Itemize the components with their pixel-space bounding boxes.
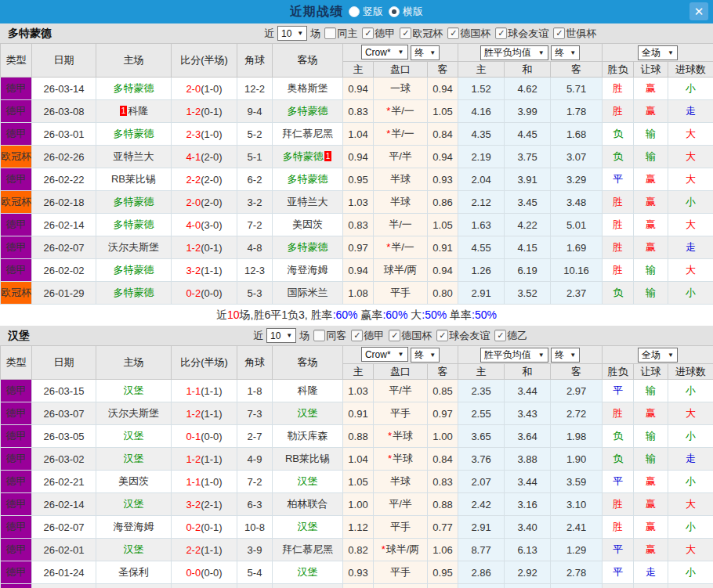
radio-label: 竖版 xyxy=(363,5,383,19)
match-count-select[interactable]: 10 ▼ xyxy=(277,26,307,41)
away-team-cell: 多特蒙德 xyxy=(273,236,343,259)
summary-segment: :50% xyxy=(472,308,497,321)
handicap-away-odds-cell: 0.84 xyxy=(428,123,458,146)
league-filters: 同主✓德甲✓欧冠杯✓德国杯✓球会友谊✓世俱杯 xyxy=(320,27,597,41)
league-filter[interactable]: ✓德乙 xyxy=(490,329,528,343)
handicap-home-odds-cell: 0.94 xyxy=(343,259,374,282)
checkbox-checked-icon[interactable]: ✓ xyxy=(436,330,448,341)
radio-vertical-layout[interactable]: 竖版 xyxy=(349,5,383,19)
subcol-avg-draw: 和 xyxy=(505,364,551,380)
titlebar: 近期战绩 竖版 横版 ✕ xyxy=(0,0,713,23)
checkbox-checked-icon[interactable]: ✓ xyxy=(351,330,363,341)
col-header-home: 主场 xyxy=(96,44,172,78)
avg-away-odds-cell: 1.68 xyxy=(551,123,603,146)
handicap-cell: 一球 xyxy=(374,78,428,100)
handicap-text: 半球 xyxy=(390,173,411,185)
league-filter[interactable]: ✓球会友谊 xyxy=(433,329,490,343)
score-cell: 4-1(2-0) xyxy=(172,146,237,168)
odds-source-select[interactable]: Crow*▼ xyxy=(361,347,408,362)
fulltime-score: 2-2 xyxy=(186,174,201,186)
handicap-home-odds-cell: 0.82 xyxy=(343,539,374,561)
corners-cell: 3-2 xyxy=(237,191,273,214)
avg-odds-time-select[interactable]: 终▼ xyxy=(551,45,580,60)
avg-away-odds-cell: 5.01 xyxy=(551,214,603,236)
odds-time-select[interactable]: 终▼ xyxy=(411,45,440,60)
period-select[interactable]: 全场▼ xyxy=(638,348,678,363)
result-text: 胜 xyxy=(613,407,623,419)
checkbox-checked-icon[interactable]: ✓ xyxy=(553,27,565,39)
avg-odds-select[interactable]: 胜平负均值▼ xyxy=(480,348,548,363)
radio-selected-icon[interactable] xyxy=(389,6,400,17)
handicap-text: 半/一 xyxy=(389,218,412,230)
avg-odds-time-select[interactable]: 终▼ xyxy=(551,348,580,363)
title-group: 近期战绩 竖版 横版 xyxy=(290,4,423,20)
radio-horizontal-layout[interactable]: 横版 xyxy=(389,5,423,19)
result-text: 走 xyxy=(686,241,696,253)
result-text: 输 xyxy=(646,128,656,139)
goals-result-cell: 小 xyxy=(668,282,713,305)
radio-icon[interactable] xyxy=(349,6,360,17)
league-filter[interactable]: ✓世俱杯 xyxy=(549,27,597,41)
checkbox-checked-icon[interactable]: ✓ xyxy=(400,27,411,39)
checkbox-checked-icon[interactable]: ✓ xyxy=(495,27,507,39)
checkbox-checked-icon[interactable]: ✓ xyxy=(447,27,459,39)
corners-cell: 7-2 xyxy=(237,471,273,493)
league-filter[interactable]: ✓球会友谊 xyxy=(491,27,549,41)
odds-time-select[interactable]: 终▼ xyxy=(411,348,440,363)
radio-label: 横版 xyxy=(403,5,423,19)
fulltime-score: 3-2 xyxy=(186,265,201,276)
avg-home-odds-cell: 1.26 xyxy=(458,259,505,282)
league-filter[interactable]: 同客 xyxy=(309,329,347,343)
odds-source-select[interactable]: Crow*▼ xyxy=(361,45,408,60)
checkbox-unchecked-icon[interactable] xyxy=(324,27,336,39)
halftime-score: (1-1) xyxy=(201,408,222,420)
col-header-score: 比分(半场) xyxy=(172,346,237,380)
result-text: 小 xyxy=(686,287,696,298)
result-text: 赢 xyxy=(646,105,656,117)
handicap-away-odds-cell: 1.00 xyxy=(428,425,458,448)
period-select[interactable]: 全场▼ xyxy=(638,45,678,60)
team-text: 亚特兰大 xyxy=(114,150,154,162)
match-row: 德甲26-03-05汉堡0-1(0-0)2-7勒沃库森0.88*半球1.003.… xyxy=(1,425,713,448)
goals-result-cell: 大 xyxy=(668,214,713,236)
league-filter[interactable]: 同主 xyxy=(320,27,358,41)
result-cell: 负 xyxy=(603,282,634,305)
home-team-cell: 亚特兰大 xyxy=(96,146,172,168)
handicap-away-odds-cell: 0.94 xyxy=(428,146,458,168)
result-text: 负 xyxy=(613,150,623,162)
result-cell: 平 xyxy=(603,584,634,588)
result-text: 赢 xyxy=(646,407,656,419)
team-text: 沃尔夫斯堡 xyxy=(108,241,159,253)
col-header-away: 客场 xyxy=(273,44,343,78)
team-text: 科隆 xyxy=(128,105,148,117)
col-header-type: 类型 xyxy=(1,346,32,380)
handicap-cell: 平手 xyxy=(374,282,428,305)
checkbox-checked-icon[interactable]: ✓ xyxy=(494,330,506,341)
league-filter[interactable]: ✓德甲 xyxy=(358,27,396,41)
league-filter[interactable]: ✓德国杯 xyxy=(443,27,491,41)
league-filter[interactable]: ✓德甲 xyxy=(347,329,385,343)
col-header-corners: 角球 xyxy=(237,44,273,78)
team-text: 多特蒙德 xyxy=(283,150,324,162)
checkbox-checked-icon[interactable]: ✓ xyxy=(389,330,400,341)
handicap-home-odds-cell: 1.08 xyxy=(343,282,374,305)
avg-odds-select[interactable]: 胜平负均值▼ xyxy=(480,45,548,60)
avg-odds-group-header: 胜平负均值▼ 终▼ xyxy=(458,44,603,62)
away-team-cell: RB莱比锡 xyxy=(273,448,343,471)
handicap-result-cell: 走 xyxy=(634,561,668,584)
match-count-select[interactable]: 10 ▼ xyxy=(266,328,296,343)
subcol-handicap: 盘口 xyxy=(374,62,428,78)
match-row: 德甲26-03-14多特蒙德2-0(1-0)12-2奥格斯堡0.94一球0.94… xyxy=(1,78,713,100)
checkbox-unchecked-icon[interactable] xyxy=(313,330,325,341)
summary-segment: 场,胜6平1负3, 胜率 xyxy=(240,308,333,321)
fulltime-score: 1-2 xyxy=(186,106,201,117)
checkbox-checked-icon[interactable]: ✓ xyxy=(362,27,374,39)
halftime-score: (2-0) xyxy=(201,151,222,163)
league-cell: 德甲 xyxy=(1,100,32,123)
league-filter[interactable]: ✓德国杯 xyxy=(385,329,433,343)
league-filter[interactable]: ✓欧冠杯 xyxy=(396,27,443,41)
close-button[interactable]: ✕ xyxy=(689,2,708,20)
avg-draw-odds-cell: 3.91 xyxy=(505,168,551,191)
avg-away-odds-cell: 3.10 xyxy=(551,493,603,516)
score-cell: 0-2(0-0) xyxy=(172,282,237,305)
